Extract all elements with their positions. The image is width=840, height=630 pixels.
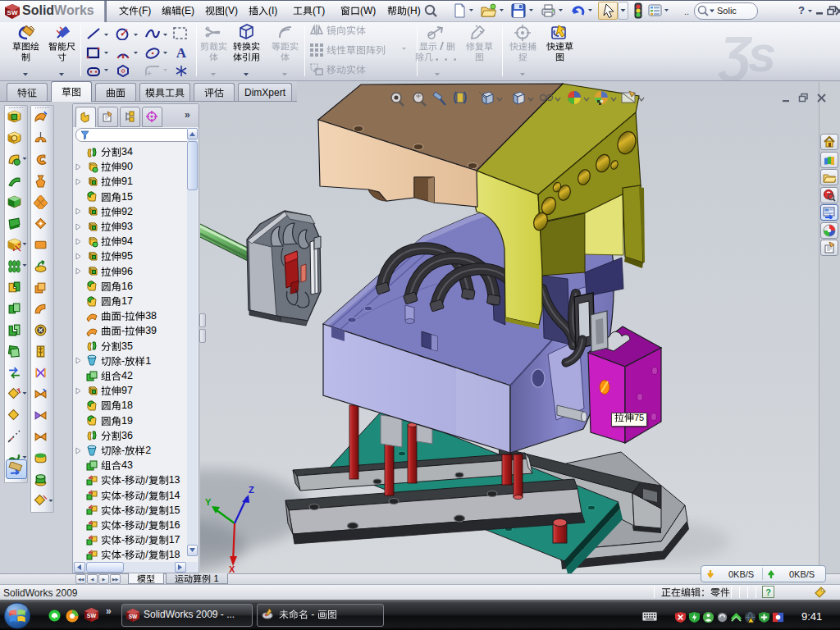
svg-text:SW: SW xyxy=(87,613,97,619)
svg-text:X: X xyxy=(229,564,235,573)
svg-text:SW: SW xyxy=(129,614,138,619)
svg-text:SW: SW xyxy=(7,9,18,16)
svg-text:Z: Z xyxy=(249,485,254,495)
svg-text:A: A xyxy=(176,45,187,60)
svg-text:Y: Y xyxy=(205,497,212,507)
